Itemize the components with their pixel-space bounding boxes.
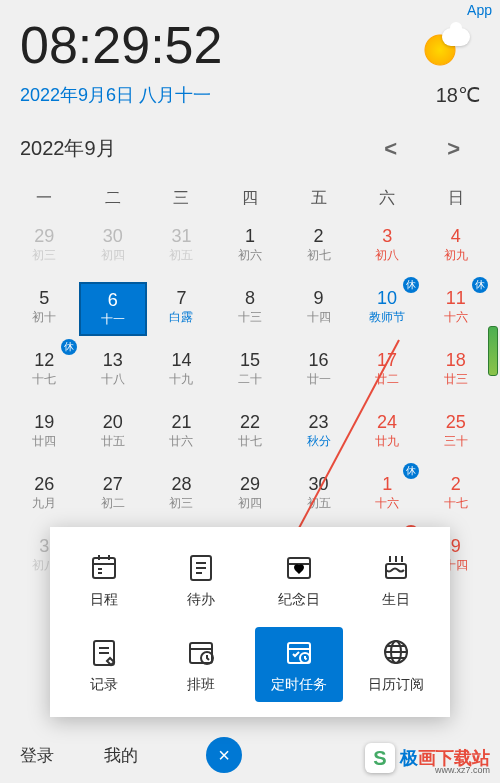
day-cell[interactable]: 3初八 — [353, 220, 422, 274]
popup-item-note[interactable]: 记录 — [60, 627, 148, 702]
day-cell[interactable]: 15二十 — [216, 344, 285, 398]
day-cell[interactable]: 10教师节休 — [353, 282, 422, 336]
day-lunar: 初六 — [218, 248, 283, 264]
day-lunar: 廿九 — [355, 434, 420, 450]
day-cell[interactable]: 29初四 — [216, 468, 285, 522]
watermark-brand: 极 — [400, 748, 418, 768]
month-nav: 2022年9月 < > — [0, 117, 500, 172]
popup-item-todo[interactable]: 待办 — [158, 542, 246, 617]
day-cell[interactable]: 21廿六 — [147, 406, 216, 460]
day-lunar: 十六 — [355, 496, 420, 512]
day-number: 5 — [12, 288, 77, 310]
weather-icon[interactable] — [420, 20, 470, 70]
day-cell[interactable]: 14十九 — [147, 344, 216, 398]
day-lunar: 十三 — [218, 310, 283, 326]
day-cell[interactable]: 22廿七 — [216, 406, 285, 460]
day-lunar: 廿四 — [12, 434, 77, 450]
prev-month-button[interactable]: < — [384, 136, 397, 162]
day-cell[interactable]: 1十六休 — [353, 468, 422, 522]
day-cell[interactable]: 7白露 — [147, 282, 216, 336]
header: 08:29:52 2022年9月6日 八月十一 18℃ — [0, 0, 500, 117]
popup-item-label: 生日 — [382, 591, 410, 609]
day-number: 4 — [423, 226, 488, 248]
day-cell[interactable]: 16廿一 — [284, 344, 353, 398]
day-cell[interactable]: 11十六休 — [421, 282, 490, 336]
popup-item-heart-cal[interactable]: 纪念日 — [255, 542, 343, 617]
day-number: 17 — [355, 350, 420, 372]
day-number: 2 — [286, 226, 351, 248]
day-number: 30 — [81, 226, 146, 248]
weekday-label: 日 — [421, 182, 490, 215]
day-cell[interactable]: 25三十 — [421, 406, 490, 460]
day-number: 27 — [81, 474, 146, 496]
day-cell[interactable]: 12十七休 — [10, 344, 79, 398]
day-number: 22 — [218, 412, 283, 434]
day-number: 28 — [149, 474, 214, 496]
popup-item-cake[interactable]: 生日 — [353, 542, 441, 617]
scroll-indicator[interactable] — [488, 326, 498, 376]
close-button[interactable]: × — [206, 737, 242, 773]
day-lunar: 初九 — [423, 248, 488, 264]
day-cell[interactable]: 5初十 — [10, 282, 79, 336]
heart-cal-icon — [283, 551, 315, 583]
day-cell[interactable]: 9十四 — [284, 282, 353, 336]
day-cell[interactable]: 8十三 — [216, 282, 285, 336]
popup-item-calendar[interactable]: 日程 — [60, 542, 148, 617]
day-lunar: 初三 — [149, 496, 214, 512]
day-lunar: 十九 — [149, 372, 214, 388]
date-label[interactable]: 2022年9月6日 八月十一 — [20, 83, 211, 107]
day-cell[interactable]: 13十八 — [79, 344, 148, 398]
app-label: App — [467, 2, 492, 18]
day-number: 3 — [355, 226, 420, 248]
next-month-button[interactable]: > — [447, 136, 460, 162]
day-cell[interactable]: 20廿五 — [79, 406, 148, 460]
day-number: 14 — [149, 350, 214, 372]
day-cell[interactable]: 23秋分 — [284, 406, 353, 460]
todo-icon — [185, 551, 217, 583]
day-number: 19 — [12, 412, 77, 434]
popup-item-globe[interactable]: 日历订阅 — [353, 627, 441, 702]
day-cell[interactable]: 27初二 — [79, 468, 148, 522]
login-button[interactable]: 登录 — [20, 744, 54, 767]
day-cell[interactable]: 26九月 — [10, 468, 79, 522]
day-cell[interactable]: 30初五 — [284, 468, 353, 522]
popup-item-label: 日历订阅 — [368, 676, 424, 694]
day-lunar: 三十 — [423, 434, 488, 450]
day-lunar: 初七 — [286, 248, 351, 264]
day-cell[interactable]: 19廿四 — [10, 406, 79, 460]
day-number: 6 — [83, 290, 144, 312]
popup-item-shift[interactable]: 排班 — [158, 627, 246, 702]
day-cell[interactable]: 4初九 — [421, 220, 490, 274]
watermark-url: www.xz7.com — [435, 765, 490, 775]
day-cell[interactable]: 17廿二 — [353, 344, 422, 398]
day-lunar: 初四 — [218, 496, 283, 512]
day-number: 9 — [286, 288, 351, 310]
mine-button[interactable]: 我的 — [104, 744, 138, 767]
day-cell[interactable]: 30初四 — [79, 220, 148, 274]
day-cell[interactable]: 6十一 — [79, 282, 148, 336]
holiday-badge: 休 — [472, 277, 488, 293]
day-cell[interactable]: 29初三 — [10, 220, 79, 274]
day-cell[interactable]: 31初五 — [147, 220, 216, 274]
day-lunar: 初五 — [149, 248, 214, 264]
day-cell[interactable]: 1初六 — [216, 220, 285, 274]
day-lunar: 廿六 — [149, 434, 214, 450]
day-cell[interactable]: 24廿九 — [353, 406, 422, 460]
day-lunar: 十一 — [83, 312, 144, 328]
day-lunar: 白露 — [149, 310, 214, 326]
day-cell[interactable]: 2初七 — [284, 220, 353, 274]
weekday-label: 五 — [284, 182, 353, 215]
day-lunar: 十七 — [423, 496, 488, 512]
weekday-header: 一二三四五六日 — [0, 172, 500, 220]
day-cell[interactable]: 18廿三 — [421, 344, 490, 398]
popup-item-timer[interactable]: 定时任务 — [255, 627, 343, 702]
popup-item-label: 记录 — [90, 676, 118, 694]
day-number: 1 — [218, 226, 283, 248]
day-lunar: 初八 — [355, 248, 420, 264]
day-lunar: 十四 — [286, 310, 351, 326]
day-cell[interactable]: 2十七 — [421, 468, 490, 522]
globe-icon — [380, 636, 412, 668]
day-cell[interactable]: 28初三 — [147, 468, 216, 522]
popup-item-label: 纪念日 — [278, 591, 320, 609]
month-label[interactable]: 2022年9月 — [20, 135, 116, 162]
